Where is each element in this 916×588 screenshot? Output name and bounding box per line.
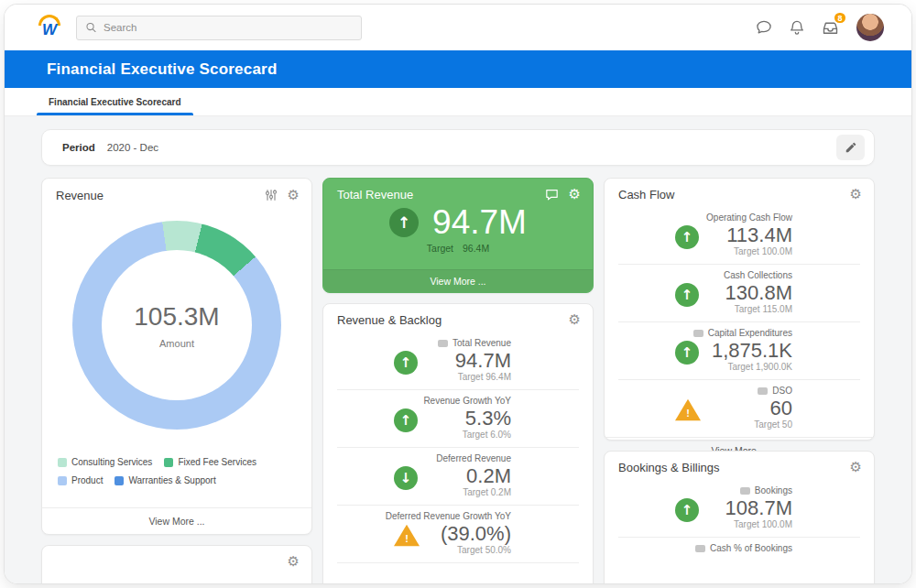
- kpi-label: Capital Expenditures: [618, 327, 860, 339]
- gear-icon[interactable]: ⚙: [850, 188, 862, 201]
- kpi-target: Target 1,900.0K: [618, 362, 860, 374]
- annotation-icon: [438, 340, 448, 347]
- kpi-row[interactable]: Deferred Revenue ↓ 0.2M Target 0.2M: [337, 447, 579, 505]
- annotation-icon: [740, 487, 750, 495]
- cash-flow-card: Cash Flow ⚙ Operating Cash Flow ↑ 113.4M…: [604, 178, 875, 441]
- page-header: Financial Executive Scorecard: [5, 50, 911, 88]
- kpi-target: Target 96.4M: [323, 243, 593, 254]
- kpi-row[interactable]: Total Revenue ↑ 94.7M Target 96.4M: [337, 332, 579, 389]
- kpi-target: Target 115.0M: [618, 304, 860, 316]
- trend-up-icon: ↑: [394, 408, 418, 432]
- kpi-value: 130.8M: [618, 281, 860, 304]
- kpi-row[interactable]: Cash Collections ↑ 130.8M Target 115.0M: [618, 264, 860, 321]
- legend-swatch: [58, 458, 67, 467]
- column-right: Cash Flow ⚙ Operating Cash Flow ↑ 113.4M…: [604, 178, 875, 583]
- view-more-link[interactable]: View More ...: [323, 269, 593, 292]
- card-title: Revenue & Backlog: [337, 313, 442, 327]
- card-title: Revenue: [56, 189, 104, 202]
- period-label: Period: [62, 142, 95, 153]
- inbox-badge: 8: [833, 11, 847, 25]
- chat-icon[interactable]: [754, 17, 774, 38]
- top-icons: 8: [754, 14, 884, 41]
- trend-up-icon: ↑: [394, 351, 418, 375]
- legend-swatch: [164, 458, 173, 467]
- tab-bar: Financial Executive Scorecard: [5, 88, 911, 116]
- tab-label: Financial Executive Scorecard: [49, 97, 181, 107]
- kpi-label: Operating Cash Flow: [618, 212, 860, 223]
- dashboard-content: Period 2020 - Dec Revenue: [5, 116, 911, 583]
- kpi-target: Target 6.0%: [337, 430, 579, 441]
- kpi-label: Revenue Growth YoY: [337, 395, 579, 407]
- edit-period-button[interactable]: [836, 135, 865, 160]
- legend-swatch: [58, 476, 67, 485]
- kpi-value: 60: [618, 397, 860, 419]
- logo-letter: W: [36, 21, 63, 39]
- period-value: 2020 - Dec: [107, 142, 158, 153]
- trend-up-icon: ↑: [675, 498, 699, 522]
- kpi-target: Target 100.0M: [618, 246, 860, 258]
- annotation-icon: [695, 545, 705, 552]
- search-input[interactable]: [104, 22, 353, 33]
- total-revenue-card: Total Revenue ⚙ ↑ 94.7M Target: [322, 178, 594, 293]
- kpi-value: 113.4M: [618, 223, 860, 246]
- tab-financial-executive-scorecard[interactable]: Financial Executive Scorecard: [47, 88, 183, 115]
- donut-total-label: Amount: [159, 338, 194, 349]
- kpi-label: Bookings: [618, 485, 860, 496]
- gear-icon[interactable]: ⚙: [288, 555, 300, 569]
- revenue-donut-chart[interactable]: 105.3M Amount: [72, 221, 281, 430]
- gear-icon[interactable]: ⚙: [569, 313, 581, 327]
- kpi-row[interactable]: Bookings ↑ 108.7M Target 100.0M: [618, 480, 860, 537]
- app-window: W: [5, 5, 911, 583]
- kpi-row[interactable]: Deferred Revenue Growth YoY ! (39.0%) Ta…: [337, 505, 579, 562]
- trend-down-icon: ↓: [394, 466, 418, 490]
- column-left: Revenue ⚙ 105.3M: [41, 178, 312, 583]
- kpi-row[interactable]: Revenue Growth YoY ↑ 5.3% Target 6.0%: [337, 389, 579, 447]
- kpi-target: Target 96.4M: [337, 372, 579, 384]
- legend-swatch: [114, 476, 124, 485]
- kpi-target: Target 100.0M: [618, 519, 860, 531]
- kpi-label: Cash % of Bookings: [618, 542, 860, 554]
- column-middle: Total Revenue ⚙ ↑ 94.7M Target: [322, 178, 594, 583]
- kpi-target: Target 50: [618, 419, 860, 431]
- kpi-label: Total Revenue: [337, 337, 579, 349]
- workday-logo[interactable]: W: [36, 13, 63, 42]
- kpi-row[interactable]: Capital Expenditures ↑ 1,875.1K Target 1…: [618, 321, 860, 379]
- trend-up-icon: ↑: [675, 225, 699, 249]
- inbox-icon[interactable]: 8: [820, 17, 840, 38]
- kpi-target: Target 50.0%: [337, 545, 579, 557]
- gear-icon[interactable]: ⚙: [288, 189, 300, 202]
- kpi-label: DSO: [618, 385, 860, 397]
- card-title: Cash Flow: [618, 188, 674, 201]
- annotation-icon: [758, 387, 768, 395]
- partial-card: ⚙: [41, 545, 312, 583]
- page-title: Financial Executive Scorecard: [47, 60, 277, 79]
- top-bar: W: [5, 5, 911, 50]
- legend-item: Consulting Services: [58, 457, 152, 467]
- sliders-icon[interactable]: [264, 188, 278, 202]
- trend-up-icon: ↑: [389, 208, 419, 237]
- kpi-row[interactable]: DSO ! 60 Target 50: [618, 379, 860, 437]
- search-bar[interactable]: [76, 16, 362, 40]
- view-more-link[interactable]: View More ...: [42, 507, 311, 534]
- legend-item: Product: [58, 475, 103, 485]
- kpi-value: 1,875.1K: [618, 339, 860, 362]
- search-icon: [85, 21, 97, 34]
- gear-icon[interactable]: ⚙: [569, 188, 581, 201]
- profile-avatar[interactable]: [856, 14, 884, 41]
- kpi-row[interactable]: Operating Cash Flow ↑ 113.4M Target 100.…: [618, 207, 860, 264]
- kpi-row: [337, 562, 579, 573]
- notifications-bell-icon[interactable]: [787, 17, 807, 38]
- comment-icon[interactable]: [544, 187, 560, 202]
- card-grid: Revenue ⚙ 105.3M: [41, 178, 875, 583]
- active-tab-underline: [37, 113, 193, 115]
- gear-icon[interactable]: ⚙: [850, 461, 862, 474]
- kpi-value: 0.2M: [337, 464, 579, 487]
- kpi-label: Deferred Revenue: [337, 452, 579, 464]
- kpi-row[interactable]: Cash % of Bookings: [618, 537, 860, 560]
- trend-up-icon: ↑: [675, 341, 699, 365]
- pencil-icon: [845, 141, 857, 154]
- period-bar: Period 2020 - Dec: [41, 129, 875, 166]
- donut-total-value: 105.3M: [134, 302, 219, 332]
- kpi-value: 94.7M: [337, 349, 579, 372]
- kpi-value: 108.7M: [618, 496, 860, 519]
